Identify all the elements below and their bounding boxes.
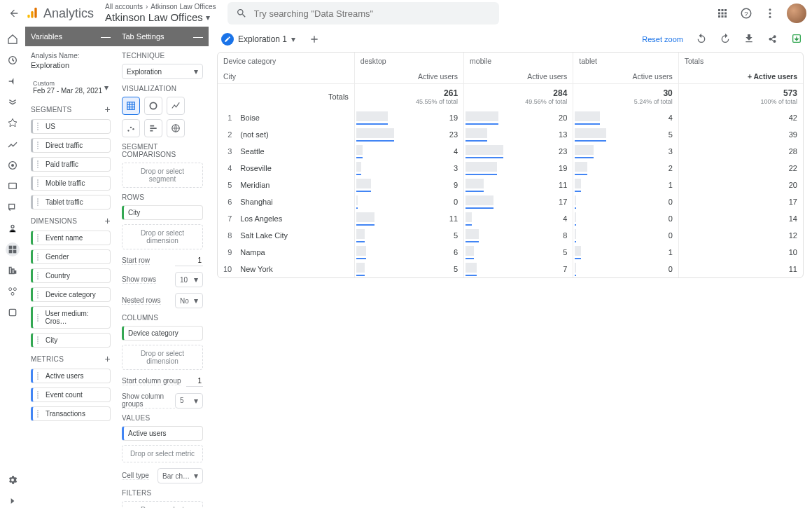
metric-header[interactable]: Active users bbox=[464, 69, 573, 84]
dimension-chip[interactable]: Country bbox=[31, 268, 111, 283]
nav-item-icon[interactable] bbox=[6, 263, 20, 277]
metric-chip[interactable]: Active users bbox=[31, 369, 111, 383]
redo-icon[interactable] bbox=[720, 33, 732, 46]
colgroup-totals[interactable]: Totals bbox=[678, 53, 803, 69]
add-segment-icon[interactable]: + bbox=[105, 104, 111, 115]
account-breadcrumb[interactable]: All accounts › Atkinson Law Offices Atki… bbox=[105, 3, 216, 24]
home-icon[interactable] bbox=[6, 32, 20, 46]
metric-header-total[interactable]: + Active users bbox=[678, 69, 803, 84]
metric-header[interactable]: Active users bbox=[354, 69, 463, 84]
show-col-select[interactable]: 5▾ bbox=[175, 393, 203, 409]
filters-dropzone[interactable]: Drop or select dimension or metric bbox=[122, 501, 203, 508]
explore-icon[interactable] bbox=[6, 242, 20, 256]
nav-item-icon[interactable] bbox=[6, 137, 20, 151]
colgroup-label: Device category bbox=[218, 53, 354, 69]
add-tab-button[interactable] bbox=[305, 30, 323, 48]
nav-item-icon[interactable] bbox=[6, 200, 20, 214]
technique-select[interactable]: Exploration▾ bbox=[122, 64, 203, 79]
search-input[interactable] bbox=[254, 8, 491, 19]
exploration-tab[interactable]: Exploration 1 ▾ bbox=[217, 32, 300, 47]
table-row[interactable]: 3Seattle423328 bbox=[218, 143, 803, 160]
colgroup-mobile[interactable]: mobile bbox=[464, 53, 573, 69]
help-icon[interactable]: ? bbox=[739, 6, 753, 20]
nav-item-icon[interactable] bbox=[6, 221, 20, 235]
dimension-chip[interactable]: Event name bbox=[31, 231, 111, 245]
segment-chip[interactable]: Paid traffic bbox=[31, 157, 111, 172]
segment-chip[interactable]: Mobile traffic bbox=[31, 176, 111, 191]
start-col-input[interactable] bbox=[186, 376, 203, 387]
columns-dropzone[interactable]: Drop or select dimension bbox=[122, 345, 203, 370]
viz-geo-icon[interactable] bbox=[167, 119, 185, 137]
realtime-icon[interactable] bbox=[6, 53, 20, 67]
colgroup-tablet[interactable]: tablet bbox=[573, 53, 678, 69]
table-row[interactable]: 10New York57011 bbox=[218, 261, 803, 277]
date-range-picker[interactable]: Custom Feb 27 - Mar 28, 2021 ▾ bbox=[31, 76, 111, 98]
rows-chip[interactable]: City bbox=[122, 205, 203, 220]
more-vert-icon[interactable] bbox=[763, 6, 777, 20]
viz-table-icon[interactable] bbox=[122, 97, 140, 115]
show-rows-select[interactable]: 10▾ bbox=[175, 272, 203, 287]
metric-header[interactable]: Active users bbox=[573, 69, 678, 84]
viz-donut-icon[interactable] bbox=[144, 97, 162, 115]
rows-dropzone[interactable]: Drop or select dimension bbox=[122, 224, 203, 249]
table-row[interactable]: 5Meridian911120 bbox=[218, 177, 803, 193]
collapse-rail-icon[interactable] bbox=[6, 494, 20, 508]
nav-item-icon[interactable] bbox=[6, 95, 20, 109]
user-avatar[interactable] bbox=[787, 4, 806, 23]
property-selector[interactable]: Atkinson Law Offices ▾ bbox=[105, 11, 216, 24]
breadcrumb-property[interactable]: Atkinson Law Offices bbox=[150, 3, 216, 11]
values-dropzone[interactable]: Drop or select metric bbox=[122, 445, 203, 462]
analysis-name-input[interactable]: Exploration bbox=[31, 61, 111, 69]
nav-item-icon[interactable] bbox=[6, 158, 20, 172]
colgroup-desktop[interactable]: desktop bbox=[354, 53, 463, 69]
dimension-chip[interactable]: User medium: Cros… bbox=[31, 306, 111, 329]
breadcrumb-all-accounts[interactable]: All accounts bbox=[105, 3, 143, 11]
metric-chip[interactable]: Transactions bbox=[31, 406, 111, 421]
segment-dropzone[interactable]: Drop or select segment bbox=[122, 163, 203, 188]
nav-item-icon[interactable] bbox=[6, 179, 20, 193]
table-row[interactable]: 9Nampa65110 bbox=[218, 244, 803, 261]
nav-item-icon[interactable] bbox=[6, 74, 20, 88]
table-row[interactable]: 1Boise1920442 bbox=[218, 109, 803, 126]
viz-bar-icon[interactable] bbox=[144, 119, 162, 137]
undo-icon[interactable] bbox=[696, 33, 708, 46]
collapse-icon[interactable]: — bbox=[101, 31, 111, 42]
nav-item-icon[interactable] bbox=[6, 284, 20, 298]
columns-chip[interactable]: Device category bbox=[122, 326, 203, 341]
celltype-select[interactable]: Bar ch…▾ bbox=[158, 468, 203, 483]
nav-item-icon[interactable] bbox=[6, 116, 20, 130]
table-row[interactable]: 7Los Angeles114014 bbox=[218, 210, 803, 227]
segment-chip[interactable]: Tablet traffic bbox=[31, 195, 111, 210]
nested-rows-select[interactable]: No▾ bbox=[175, 293, 203, 308]
table-row[interactable]: 2(not set)2313539 bbox=[218, 126, 803, 143]
values-chip[interactable]: Active users bbox=[122, 426, 203, 441]
svg-rect-11 bbox=[9, 183, 17, 188]
viz-scatter-icon[interactable] bbox=[122, 119, 140, 137]
search-box[interactable] bbox=[227, 2, 499, 25]
nav-item-icon[interactable] bbox=[6, 306, 20, 320]
start-row-input[interactable] bbox=[175, 255, 203, 266]
segment-chip[interactable]: US bbox=[31, 119, 111, 134]
share-icon[interactable] bbox=[767, 33, 780, 46]
add-metric-icon[interactable]: + bbox=[105, 353, 111, 364]
segment-chip[interactable]: Direct traffic bbox=[31, 138, 111, 153]
dimension-chip[interactable]: Device category bbox=[31, 287, 111, 302]
export-icon[interactable] bbox=[791, 33, 804, 46]
analysis-name-label: Analysis Name: bbox=[31, 52, 111, 60]
table-row[interactable]: 4Roseville319222 bbox=[218, 160, 803, 177]
chevron-down-icon[interactable]: ▾ bbox=[291, 34, 295, 44]
collapse-icon[interactable]: — bbox=[193, 31, 203, 42]
totals-label: Totals bbox=[234, 84, 354, 110]
viz-line-icon[interactable] bbox=[167, 97, 185, 115]
dimension-chip[interactable]: City bbox=[31, 333, 111, 348]
apps-icon[interactable] bbox=[715, 6, 729, 20]
metric-chip[interactable]: Event count bbox=[31, 387, 111, 402]
table-row[interactable]: 8Salt Lake City58012 bbox=[218, 227, 803, 244]
reset-zoom-button[interactable]: Reset zoom bbox=[642, 35, 683, 43]
add-dimension-icon[interactable]: + bbox=[105, 215, 111, 226]
back-arrow-icon[interactable] bbox=[6, 5, 22, 22]
admin-gear-icon[interactable] bbox=[6, 473, 20, 487]
dimension-chip[interactable]: Gender bbox=[31, 249, 111, 264]
table-row[interactable]: 6Shanghai017017 bbox=[218, 193, 803, 210]
download-icon[interactable] bbox=[743, 33, 756, 46]
